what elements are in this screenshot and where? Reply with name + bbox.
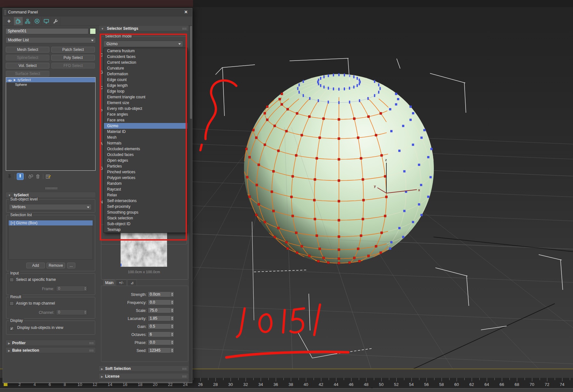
panel-tab-display[interactable] [42, 17, 51, 25]
option-occluded-faces[interactable]: Occluded faces [104, 152, 187, 158]
option-current-selection[interactable]: Current selection [104, 60, 187, 65]
panel-tab-utilities[interactable] [51, 17, 60, 25]
close-icon[interactable]: ✕ [183, 10, 189, 15]
option-edge-count[interactable]: Edge count [104, 77, 187, 83]
option-deformation[interactable]: Deformation [104, 71, 187, 77]
option-relax[interactable]: Relax [104, 192, 187, 198]
spinner-arrows[interactable] [170, 324, 174, 329]
option-normals[interactable]: Normals [104, 140, 187, 146]
button-ffd-select[interactable]: FFD Select [51, 63, 95, 69]
subobject-level-dropdown[interactable]: Vertices [9, 204, 92, 210]
configure-modifier-sets-icon[interactable] [45, 173, 52, 180]
phase-spinner[interactable]: 0.0 [148, 339, 174, 345]
option-occluded-elements[interactable]: Occluded elements [104, 146, 187, 152]
rollout-clipped[interactable] [98, 381, 189, 383]
rollout-grip-icon[interactable] [182, 375, 187, 378]
make-unique-icon[interactable] [27, 173, 34, 180]
panel-scrollbar[interactable] [189, 25, 192, 382]
frame-spinner[interactable]: 0 [56, 286, 87, 291]
option-face-area[interactable]: Face area [104, 117, 187, 123]
selection-listbox[interactable]: [=] Gizmo (Box) [8, 220, 93, 260]
option-sub-object-id[interactable]: Sub-object ID [104, 221, 187, 227]
seed-spinner[interactable]: 12345 [148, 347, 174, 353]
option-particles[interactable]: Particles [104, 163, 187, 169]
rollout-splitter-handle[interactable] [45, 187, 57, 189]
octaves-spinner[interactable]: 6 [148, 331, 174, 337]
remove-modifier-trash-icon[interactable] [34, 173, 41, 180]
selection-more-button[interactable]: ... [67, 263, 75, 268]
selection-add-button[interactable]: Add [26, 263, 45, 268]
object-name-field[interactable]: Sphere001 [5, 28, 88, 34]
expand-arrow-icon[interactable] [14, 79, 16, 81]
channel-spinner[interactable]: 0 [56, 309, 87, 315]
option-camera-frustum[interactable]: Camera frustum [104, 48, 187, 54]
selection-list-item[interactable]: [=] Gizmo (Box) [9, 220, 93, 225]
option-self-proximity[interactable]: Self-proximity [104, 204, 187, 209]
scale-spinner[interactable]: 75.0 [148, 307, 174, 313]
panel-title-bar[interactable]: Command Panel ✕ [3, 8, 192, 16]
rollout-profiler[interactable]: ▶Profiler [5, 340, 96, 346]
strength-spinner[interactable]: 0.0cm [148, 291, 174, 297]
option-polygon-vertices[interactable]: Polygon vertices [104, 175, 187, 181]
button-mesh-select[interactable]: Mesh Select [6, 47, 49, 53]
frequency-spinner[interactable]: 0.0 [148, 299, 174, 305]
option-edge-loop[interactable]: Edge loop [104, 88, 187, 94]
option-element-size[interactable]: Element size [104, 100, 187, 106]
spinner-arrows[interactable] [170, 292, 174, 297]
drag-grip-icon[interactable] [4, 10, 6, 15]
option-random[interactable]: Random [104, 181, 187, 186]
rollout-soft-selection[interactable]: ▶Soft Selection [98, 365, 189, 372]
option-mesh[interactable]: Mesh [104, 135, 187, 140]
option-texmap[interactable]: Texmap [104, 227, 187, 233]
assign-map-channel-checkbox[interactable]: Assign to map channel [10, 301, 55, 306]
option-pinched-vertices[interactable]: Pinched vertices [104, 169, 187, 175]
option-coincident-faces[interactable]: Coincident faces [104, 54, 187, 60]
select-at-frame-checkbox[interactable]: Select at specific frame [10, 277, 56, 282]
panel-tab-hierarchy[interactable] [23, 17, 32, 25]
tab-[interactable]: ⊿ [127, 280, 137, 286]
spinner-arrows[interactable] [170, 300, 174, 305]
button-splineselect[interactable]: SplineSelect [6, 55, 49, 61]
selection-remove-button[interactable]: Remove [46, 263, 65, 268]
option-gizmo[interactable]: Gizmo [104, 123, 187, 129]
modifier-list-dropdown[interactable]: Modifier List [5, 37, 96, 43]
option-curvature[interactable]: Curvature [104, 65, 187, 71]
stack-item-tyselect[interactable]: tySelect [6, 78, 95, 82]
option-smoothing-groups[interactable]: Smoothing groups [104, 209, 187, 215]
selection-mode-options-list[interactable]: Camera frustumCoincident facesCurrent se… [104, 48, 188, 233]
rollout-grip-icon[interactable] [89, 349, 94, 352]
option-raycast[interactable]: Raycast [104, 186, 187, 192]
stack-item-sphere[interactable]: Sphere [6, 82, 95, 87]
lacunarity-spinner[interactable]: 1.85 [148, 315, 174, 321]
panel-tab-create[interactable]: + [4, 17, 14, 25]
button-poly-select[interactable]: Poly Select [51, 55, 95, 61]
tab-[interactable]: +/- [116, 280, 127, 286]
spinner-arrows[interactable] [170, 316, 174, 321]
modifier-stack[interactable]: tySelectSphere [6, 77, 96, 171]
option-edge-length[interactable]: Edge length [104, 83, 187, 88]
timeline-key-marker[interactable] [4, 383, 8, 386]
option-self-intersections[interactable]: Self-intersections [104, 198, 187, 204]
selection-mode-dropdown[interactable]: Gizmo [104, 41, 183, 47]
option-element-triangle-count[interactable]: Element triangle count [104, 94, 187, 100]
button-patch-select[interactable]: Patch Select [51, 47, 95, 53]
panel-tab-motion[interactable] [32, 17, 42, 25]
option-material-id[interactable]: Material ID [104, 129, 187, 135]
display-subobjects-checkbox[interactable]: ✓ Display sub-objects in view [10, 325, 63, 331]
spinner-arrows[interactable] [170, 340, 174, 345]
spinner-arrows[interactable] [170, 348, 174, 353]
object-color-swatch[interactable] [90, 28, 96, 34]
spinner-arrows[interactable] [170, 332, 174, 337]
rollout-license[interactable]: ▶License [98, 373, 189, 379]
rollout-grip-icon[interactable] [89, 342, 94, 345]
panel-tab-modify[interactable] [14, 17, 23, 25]
show-end-result-icon[interactable] [17, 173, 24, 180]
rollout-bake-selection[interactable]: ▶Bake selection [5, 347, 96, 353]
rollout-grip-icon[interactable] [182, 368, 187, 370]
button-vol-select[interactable]: Vol. Select [6, 63, 49, 69]
pin-stack-icon[interactable] [6, 173, 13, 180]
option-every-nth-sub-object[interactable]: Every nth sub-object [104, 106, 187, 111]
rollout-grip-icon[interactable] [182, 28, 187, 30]
option-open-edges[interactable]: Open edges [104, 158, 187, 163]
option-stack-selection[interactable]: Stack selection [104, 215, 187, 221]
